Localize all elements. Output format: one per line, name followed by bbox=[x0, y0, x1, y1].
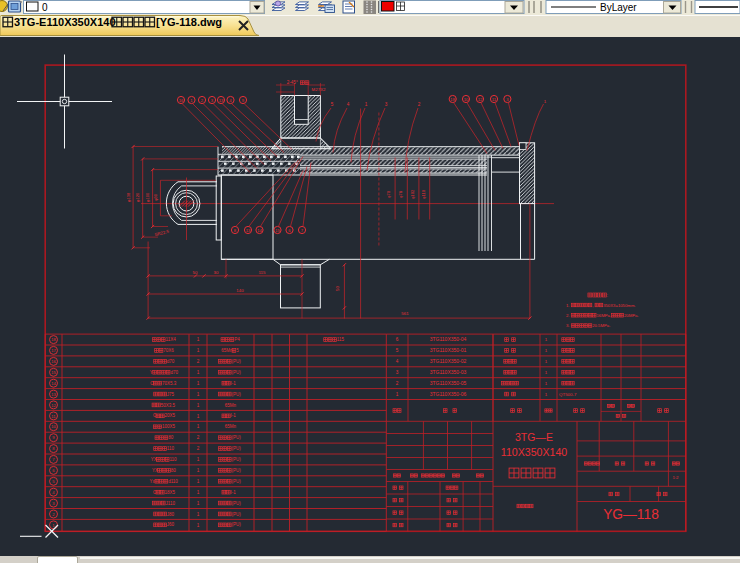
svg-text:φ70: φ70 bbox=[386, 190, 391, 198]
svg-text:1: 1 bbox=[545, 359, 548, 364]
svg-text:1: 1 bbox=[197, 380, 200, 385]
svg-text:6: 6 bbox=[52, 468, 55, 473]
svg-text:1: 1 bbox=[545, 337, 548, 342]
svg-text:3: 3 bbox=[385, 102, 388, 107]
svg-text:350X3=1050mm.: 350X3=1050mm. bbox=[603, 302, 636, 307]
svg-text:80: 80 bbox=[168, 435, 174, 440]
svg-text:1: 1 bbox=[197, 457, 200, 462]
svg-text:φ102: φ102 bbox=[410, 188, 415, 198]
svg-text:18X5: 18X5 bbox=[165, 489, 176, 494]
svg-text:1: 1 bbox=[197, 424, 200, 429]
svg-text:1: 1 bbox=[396, 391, 399, 396]
svg-text:(PU): (PU) bbox=[232, 358, 242, 363]
svg-text:1: 1 bbox=[545, 391, 548, 396]
svg-text:1: 1 bbox=[545, 369, 548, 374]
svg-text:(PU): (PU) bbox=[232, 522, 242, 527]
svg-text:YG—118: YG—118 bbox=[603, 507, 659, 522]
svg-text:1: 1 bbox=[544, 98, 547, 103]
svg-text:70X6: 70X6 bbox=[163, 348, 174, 353]
svg-text:3: 3 bbox=[52, 500, 55, 505]
svg-text:3TG—E: 3TG—E bbox=[515, 431, 553, 443]
svg-text:2: 2 bbox=[396, 380, 399, 385]
svg-text:φ120: φ120 bbox=[135, 192, 140, 202]
svg-text:6: 6 bbox=[396, 337, 399, 342]
svg-text:1: 1 bbox=[197, 391, 200, 396]
svg-text:I-1: I-1 bbox=[231, 380, 237, 385]
svg-text::: : bbox=[607, 292, 608, 297]
svg-text:3: 3 bbox=[396, 369, 399, 374]
svg-text:18: 18 bbox=[450, 96, 455, 101]
svg-text:115: 115 bbox=[259, 269, 267, 274]
svg-text:3TG110X350-06: 3TG110X350-06 bbox=[430, 390, 467, 396]
svg-text:6: 6 bbox=[288, 227, 291, 232]
svg-text:3TG110X350-01: 3TG110X350-01 bbox=[430, 347, 467, 353]
svg-text:φ100: φ100 bbox=[145, 192, 150, 202]
svg-text:1: 1 bbox=[197, 468, 200, 473]
svg-text:1: 1 bbox=[52, 522, 55, 527]
svg-text:65Mn: 65Mn bbox=[225, 402, 237, 407]
svg-text:2: 2 bbox=[52, 511, 55, 516]
svg-text:0: 0 bbox=[42, 2, 48, 13]
svg-text:1.: 1. bbox=[566, 302, 570, 307]
svg-text:65Mn: 65Mn bbox=[225, 424, 237, 429]
svg-text:13: 13 bbox=[246, 227, 251, 232]
svg-text:P4: P4 bbox=[234, 337, 240, 342]
svg-text:50: 50 bbox=[335, 285, 340, 290]
svg-text:3TG110X350-04: 3TG110X350-04 bbox=[430, 336, 467, 342]
svg-text:100X5: 100X5 bbox=[162, 424, 176, 429]
svg-text:3TG110X350-03: 3TG110X350-03 bbox=[430, 368, 467, 374]
svg-text:(PU): (PU) bbox=[232, 391, 242, 396]
svg-text:8: 8 bbox=[52, 446, 55, 451]
svg-text:2-45°: 2-45° bbox=[287, 80, 298, 85]
svg-text:[YG-118.dwg: [YG-118.dwg bbox=[156, 16, 222, 28]
svg-text:20X5: 20X5 bbox=[165, 413, 176, 418]
svg-text:d70: d70 bbox=[167, 358, 175, 363]
svg-text:110: 110 bbox=[167, 446, 175, 451]
svg-text:J80: J80 bbox=[167, 511, 175, 516]
svg-text:1: 1 bbox=[197, 413, 200, 418]
svg-text:(PU): (PU) bbox=[232, 446, 242, 451]
svg-text:1: 1 bbox=[365, 102, 368, 107]
svg-text:14: 14 bbox=[257, 227, 262, 232]
svg-text:20.5MPa.: 20.5MPa. bbox=[592, 323, 610, 328]
svg-text:1: 1 bbox=[197, 337, 200, 342]
svg-text:20MPa.: 20MPa. bbox=[624, 312, 639, 317]
svg-text:2: 2 bbox=[197, 446, 200, 451]
svg-text:11: 11 bbox=[492, 96, 497, 101]
svg-text:10: 10 bbox=[51, 424, 56, 429]
svg-text:16: 16 bbox=[179, 97, 184, 102]
svg-text:1: 1 bbox=[545, 348, 548, 353]
svg-text:12: 12 bbox=[51, 402, 56, 407]
svg-text:140: 140 bbox=[236, 287, 244, 292]
svg-text:I-1: I-1 bbox=[231, 413, 237, 418]
svg-text:561: 561 bbox=[401, 311, 409, 316]
svg-text:(PU): (PU) bbox=[232, 467, 242, 472]
svg-text:3TG-E110X350X140: 3TG-E110X350X140 bbox=[14, 16, 116, 28]
svg-text:9: 9 bbox=[242, 97, 245, 102]
svg-text:Y: Y bbox=[150, 369, 153, 374]
svg-text:YX: YX bbox=[151, 457, 157, 462]
svg-text:1: 1 bbox=[197, 348, 200, 353]
svg-text:1: 1 bbox=[197, 489, 200, 494]
svg-text:4: 4 bbox=[229, 97, 232, 102]
svg-text:4: 4 bbox=[347, 102, 350, 107]
svg-text:1: 1 bbox=[545, 380, 548, 385]
svg-text:3.: 3. bbox=[566, 323, 570, 328]
svg-text:M27X2: M27X2 bbox=[312, 87, 326, 92]
svg-text:φ138: φ138 bbox=[126, 192, 131, 202]
svg-text:11X4: 11X4 bbox=[166, 337, 177, 342]
svg-text:12: 12 bbox=[478, 96, 483, 101]
svg-text:5: 5 bbox=[331, 102, 334, 107]
svg-text:1: 1 bbox=[190, 97, 193, 102]
svg-text:ByLayer: ByLayer bbox=[600, 2, 637, 13]
svg-text:1: 1 bbox=[197, 511, 200, 516]
svg-text:1: 1 bbox=[197, 478, 200, 483]
svg-text:1: 1 bbox=[197, 500, 200, 505]
svg-text:φ78: φ78 bbox=[398, 190, 403, 198]
svg-text:9: 9 bbox=[52, 435, 55, 440]
svg-text:16MPa,: 16MPa, bbox=[596, 312, 611, 317]
svg-text:YX: YX bbox=[152, 467, 158, 472]
svg-text:1: 1 bbox=[197, 522, 200, 527]
svg-text:70X5.3: 70X5.3 bbox=[162, 380, 177, 385]
svg-text:11: 11 bbox=[51, 413, 56, 418]
